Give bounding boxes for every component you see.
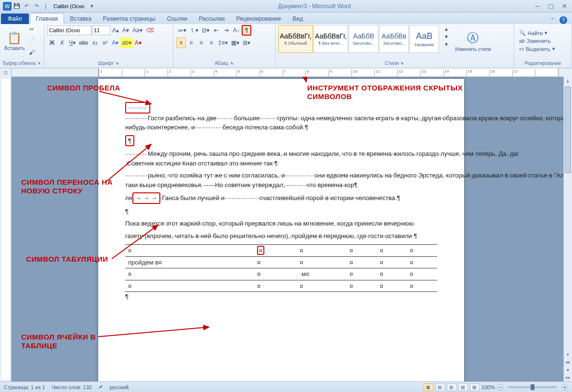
view-draft-icon[interactable]: ▨ bbox=[470, 383, 480, 391]
tab-layout[interactable]: Разметка страницы bbox=[97, 13, 161, 24]
grow-font-icon[interactable]: A▴ bbox=[111, 25, 120, 36]
shrink-font-icon[interactable]: A▾ bbox=[121, 25, 130, 36]
page: ························Гости·разбились·… bbox=[98, 79, 464, 381]
multilevel-list-icon[interactable]: ⊟▾ bbox=[200, 25, 211, 36]
bold-button[interactable]: Ж bbox=[47, 38, 57, 48]
document-table: ¤ ¤ ¤ ¤ ¤ ¤ пройдем·в¤ ¤ ¤ ¤ ¤ ¤ bbox=[125, 244, 437, 292]
tab-insert[interactable]: Вставка bbox=[64, 13, 97, 24]
find-button[interactable]: 🔍Найти▾ bbox=[517, 29, 569, 37]
view-fullscreen-icon[interactable]: ▤ bbox=[435, 383, 445, 391]
bullet-list-icon[interactable]: ≔▾ bbox=[176, 25, 188, 36]
underline-button[interactable]: Ч▾ bbox=[67, 38, 77, 48]
table-row: ¤ ¤ ¤ ¤ ¤ ¤ bbox=[125, 245, 437, 257]
select-button[interactable]: ▭Выделить▾ bbox=[517, 45, 569, 52]
indent-icon[interactable]: ⇥ bbox=[221, 25, 231, 36]
copy-icon[interactable]: 📄 bbox=[26, 36, 37, 46]
status-proofing-icon[interactable]: ✔ bbox=[99, 384, 103, 390]
text-effects-icon[interactable]: A▾ bbox=[110, 38, 120, 48]
zoom-in-icon[interactable]: + bbox=[561, 384, 568, 391]
redo-icon[interactable]: ↷ bbox=[32, 2, 40, 11]
italic-button[interactable]: К bbox=[57, 38, 67, 48]
vertical-scrollbar[interactable]: ▴ ▾ ⏮ ● ⏭ bbox=[563, 77, 572, 381]
save-icon[interactable]: 💾 bbox=[13, 2, 21, 11]
clear-format-icon[interactable]: ⌫ bbox=[144, 25, 156, 36]
styles-launcher-icon[interactable]: ⬊ bbox=[401, 61, 404, 65]
view-outline-icon[interactable]: ▧ bbox=[458, 383, 468, 391]
document-text[interactable]: ························Гости·разбились·… bbox=[125, 102, 437, 302]
word-icon[interactable]: W bbox=[3, 2, 12, 11]
subscript-button[interactable]: x₂ bbox=[90, 38, 100, 48]
clipboard-launcher-icon[interactable]: ⬊ bbox=[38, 61, 41, 65]
justify-icon[interactable]: ≡ bbox=[207, 38, 216, 48]
close-icon[interactable]: ✕ bbox=[559, 2, 569, 10]
zoom-slider[interactable] bbox=[508, 386, 557, 388]
styles-scroll-up-icon[interactable]: ▴ bbox=[442, 25, 451, 33]
minimize-ribbon-icon[interactable]: ⌃ bbox=[550, 17, 555, 24]
style-normal[interactable]: АаБбВвГг,¶ Обычный bbox=[278, 25, 313, 53]
replace-button[interactable]: abЗаменить bbox=[517, 38, 569, 44]
zoom-out-icon[interactable]: − bbox=[497, 384, 504, 391]
next-page-icon[interactable]: ⏭ bbox=[564, 374, 572, 381]
outdent-icon[interactable]: ⇤ bbox=[211, 25, 221, 36]
tab-view[interactable]: Вид bbox=[286, 13, 309, 24]
zoom-level[interactable]: 100% bbox=[481, 384, 495, 390]
minimize-icon[interactable]: ─ bbox=[533, 2, 542, 10]
style-heading2[interactable]: АаБбВвЗаголово... bbox=[379, 25, 409, 53]
view-print-layout-icon[interactable]: ▦ bbox=[424, 383, 433, 391]
document-canvas[interactable]: СИМВОЛ ПРОБЕЛА ИНСТРУМЕНТ ОТОБРАЖЕНИЯ СК… bbox=[12, 77, 563, 381]
maximize-icon[interactable]: ▢ bbox=[546, 2, 556, 10]
status-page[interactable]: Страница: 1 из 1 bbox=[4, 384, 45, 390]
styles-expand-icon[interactable]: ▾ bbox=[442, 40, 451, 48]
paste-button[interactable]: 📋 Вставить bbox=[3, 25, 26, 57]
line-spacing-icon[interactable]: ‡≡▾ bbox=[217, 38, 229, 48]
format-painter-icon[interactable]: 🖌 bbox=[26, 47, 37, 58]
font-launcher-icon[interactable]: ⬊ bbox=[116, 61, 119, 65]
scroll-up-icon[interactable]: ▴ bbox=[564, 77, 572, 85]
shading-icon[interactable]: ▦▾ bbox=[230, 38, 241, 48]
paragraph-launcher-icon[interactable]: ⬊ bbox=[230, 61, 234, 65]
align-left-icon[interactable]: ≡ bbox=[176, 38, 186, 48]
status-language[interactable]: русский bbox=[110, 384, 129, 390]
tab-home[interactable]: Главная bbox=[30, 13, 65, 24]
cell-marker-box: ¤ bbox=[257, 246, 264, 255]
style-heading1[interactable]: АаБбВЗаголово... bbox=[349, 25, 378, 53]
highlight-icon[interactable]: ab▾ bbox=[120, 38, 132, 48]
ruler-toggle-icon[interactable] bbox=[563, 68, 572, 77]
style-title[interactable]: АаВНазвание bbox=[409, 25, 439, 53]
zoom-thumb[interactable] bbox=[531, 384, 534, 390]
font-color-icon[interactable]: A▾ bbox=[133, 38, 143, 48]
number-list-icon[interactable]: ⒈▾ bbox=[188, 25, 200, 36]
help-icon[interactable]: ? bbox=[559, 16, 567, 24]
scroll-thumb[interactable] bbox=[565, 87, 571, 173]
browse-object-icon[interactable]: ● bbox=[564, 366, 572, 374]
tab-review[interactable]: Рецензирование bbox=[231, 13, 287, 24]
align-right-icon[interactable]: ≡ bbox=[196, 38, 206, 48]
file-tab[interactable]: Файл bbox=[1, 13, 29, 24]
sort-icon[interactable]: A↓ bbox=[232, 25, 241, 36]
align-center-icon[interactable]: ≡ bbox=[186, 38, 196, 48]
prev-page-icon[interactable]: ⏮ bbox=[564, 358, 572, 366]
font-name-combo[interactable]: Calibri (Осно bbox=[47, 25, 91, 35]
pilcrow-marker-box: ¶ bbox=[125, 135, 134, 147]
tab-references[interactable]: Ссылки bbox=[161, 13, 193, 24]
ruler-vertical[interactable] bbox=[0, 77, 12, 381]
undo-icon[interactable]: ↶ bbox=[22, 2, 31, 11]
para-3: ·············Между·прочим,·речь·зашла·пр… bbox=[125, 149, 437, 168]
cut-icon[interactable]: ✂ bbox=[26, 24, 37, 35]
font-size-combo[interactable]: 11 bbox=[92, 25, 110, 35]
view-web-icon[interactable]: ▥ bbox=[447, 383, 456, 391]
qa-font-combo[interactable]: Calibri (Осно bbox=[51, 2, 87, 11]
tab-mailings[interactable]: Рассылки bbox=[193, 13, 231, 24]
change-styles-button[interactable]: Ⓐ Изменить стили bbox=[454, 25, 492, 57]
strike-button[interactable]: abc bbox=[78, 38, 90, 48]
scroll-down-icon[interactable]: ▾ bbox=[564, 351, 572, 358]
qa-dropdown-icon[interactable]: ▾ bbox=[88, 2, 96, 11]
superscript-button[interactable]: x² bbox=[100, 38, 110, 48]
styles-scroll-down-icon[interactable]: ▾ bbox=[442, 33, 451, 40]
borders-icon[interactable]: ⊞▾ bbox=[241, 38, 252, 48]
status-words[interactable]: Число слов: 132 bbox=[52, 384, 92, 390]
show-hidden-button[interactable]: ¶ bbox=[242, 25, 251, 36]
ruler-horizontal[interactable]: 11234567891011121314151617 bbox=[12, 68, 563, 77]
style-nospacing[interactable]: АаБбВвГг,¶ Без инте... bbox=[313, 25, 348, 53]
change-case-icon[interactable]: Aa▾ bbox=[131, 25, 144, 36]
